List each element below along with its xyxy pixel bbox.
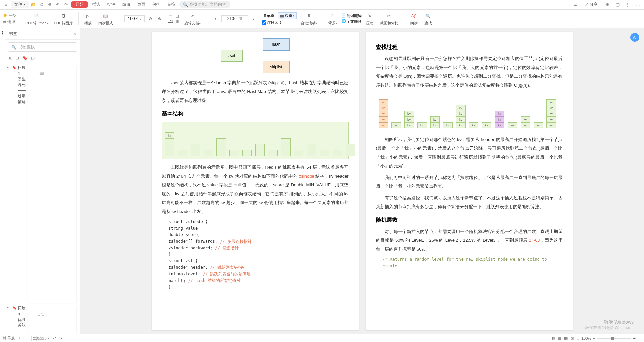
read-mode-button[interactable]: 📖 阅读模式 — [96, 12, 115, 26]
tab-protect[interactable]: 保护 — [150, 0, 163, 9]
two-page-icon[interactable]: ▥ — [175, 19, 180, 24]
back-icon[interactable]: ↩ — [53, 336, 56, 340]
open-icon[interactable]: 📂 — [30, 1, 37, 8]
zoom-out-icon[interactable]: ⊖ — [146, 15, 154, 23]
word-translate-button[interactable]: 📄 划词翻译 — [341, 13, 362, 18]
view-mode-3-icon[interactable]: ▦ — [564, 336, 568, 340]
page-nav: ‹ 210/226 › — [210, 15, 260, 23]
zoom-input[interactable]: 100% ▾ — [124, 15, 145, 22]
close-sidebar-icon[interactable]: ✕ — [73, 32, 76, 36]
zoom-in-icon[interactable]: + — [633, 336, 636, 340]
screenshot-icon: ✂ — [385, 12, 393, 20]
share-button[interactable]: ↗ 分享 — [582, 0, 601, 9]
forward-icon[interactable]: ↪ — [59, 336, 62, 340]
compare-button[interactable]: ✂ 截图和对比 — [378, 12, 401, 26]
zoom-controls: 100% ▾ ⊖ ⊕ — [122, 15, 166, 23]
tab-start[interactable]: 开始 — [71, 1, 88, 8]
assistant-float-button[interactable]: AI — [630, 33, 639, 42]
full-translate-button[interactable]: 🌐 全文翻译 — [341, 19, 362, 24]
scroll-icon: ⇅ — [305, 12, 313, 20]
tab-edit[interactable]: 编辑 — [120, 0, 133, 9]
skin-icon[interactable]: ▢ — [614, 1, 621, 8]
hand-mode[interactable]: ✋ 手型 — [3, 13, 16, 18]
global-search[interactable]: 🔍 查找功能、文档内容 — [179, 1, 230, 8]
tab-page[interactable]: 页面 — [135, 0, 148, 9]
gear-icon[interactable]: ⚙ — [604, 1, 611, 8]
bookmark-item[interactable]: ▸🔖拓展 5：优胜劣汰 —— LRU171 — [5, 304, 80, 334]
file-menu[interactable]: 文件 ▾ — [11, 1, 29, 8]
next-page-icon[interactable]: › — [250, 15, 258, 23]
fit-page-icon[interactable]: ◻ — [175, 13, 180, 19]
bookmark-del-icon[interactable]: ▢ — [31, 56, 35, 60]
nav-icon[interactable]: ▦ 导航 — [3, 336, 15, 341]
prev-page-icon[interactable]: ‹ — [212, 15, 220, 23]
bookmark-toolbar: ⊞ ⊟ 🔖 ▢ — [5, 54, 80, 62]
view-mode-2-icon[interactable]: ▥ — [558, 336, 561, 340]
auto-scroll-button[interactable]: ⇅ 自动滚动▾ — [299, 12, 319, 26]
bookmark-item[interactable]: ▸🔖拓展 4：朝生暮死 —— 过期策略169 — [5, 64, 80, 304]
background-button[interactable]: ☾ 背景▾ — [326, 12, 339, 26]
cloud-icon[interactable]: ☁ — [572, 1, 578, 8]
fullscreen-icon[interactable]: ⛶ — [638, 336, 641, 340]
image-icon: 🖼 — [59, 12, 67, 20]
left-edge-strip: ⟨ — [0, 28, 5, 334]
read-aloud-button[interactable]: A)) 朗读 — [408, 12, 420, 26]
compress-button[interactable]: ⇲ 压缩 — [364, 12, 376, 26]
tab-convert[interactable]: 转换 — [164, 0, 178, 9]
toolbar: ✋ 手型 ▭ 选择 📄 PDF转Office▾ 🖼 PDF转图片 ▷ 播放 📖 … — [0, 10, 644, 28]
actual-size-icon[interactable]: 1:1 — [168, 19, 173, 24]
select-mode[interactable]: ▭ 选择 — [3, 19, 16, 24]
collapse-icon[interactable]: ︿ — [634, 1, 641, 8]
continuous-read-toggle[interactable]: 连续阅读 — [262, 20, 297, 25]
paragraph: 设想如果跳跃列表只有一层会怎样？插入删除操作需要定位到相应的位置节点 (定位到最… — [376, 54, 563, 90]
document-view[interactable]: AI zset hash skiplist zset 的内部实现是一个 hash… — [80, 28, 644, 334]
rotate-icon: ⟳ — [188, 12, 196, 20]
prev-page-icon[interactable]: ‹ — [24, 336, 30, 340]
undo-icon[interactable]: ↶ — [54, 1, 61, 8]
word-icon: 📄 — [33, 12, 41, 20]
find-button[interactable]: 🔍 查找 — [422, 12, 434, 26]
heading-basic: 基本结构 — [162, 110, 349, 118]
single-page-toggle[interactable]: ▯ 单页 — [262, 13, 276, 19]
bookmarks-sidebar: 书签 ✕ 🔍 书签查找 ⊞ ⊟ 🔖 ▢ ▸🔖拓展 4：朝生暮死 —— 过期策略1… — [5, 28, 80, 334]
zoom-out-icon[interactable]: − — [593, 336, 595, 340]
speaker-icon: A)) — [410, 12, 418, 20]
zoom-value[interactable]: 100% — [581, 336, 591, 340]
zset-diagram: zset hash skiplist — [162, 38, 349, 73]
expand-all-icon[interactable]: ⊞ — [9, 56, 12, 60]
more-icon[interactable]: ⋮ — [624, 1, 631, 8]
redo-icon[interactable]: ↷ — [63, 1, 69, 8]
zoom-in-icon[interactable]: ⊕ — [156, 15, 164, 23]
double-page-toggle[interactable]: ▯▯ 双页 ▾ — [278, 12, 297, 19]
paragraph: 上图就是跳跃列表的示意图，图中只画了四层，Redis 的跳跃表共有 64 层，意… — [162, 163, 349, 216]
last-page-icon[interactable]: ⇥ — [45, 336, 50, 340]
tab-annotate[interactable]: 批注 — [105, 0, 118, 9]
save-icon[interactable]: 🖨 — [38, 1, 45, 8]
heading-random: 随机层数 — [376, 217, 563, 224]
first-page-icon[interactable]: ⇤ — [18, 336, 23, 340]
edge-collapse-icon[interactable]: ⟨ — [2, 30, 3, 35]
paragraph: 如图所示，我们要定位到那个紫色的 kv，需要从 header 的最高层开始遍历找… — [376, 135, 563, 170]
search-icon: 🔍 — [183, 2, 188, 7]
zoom-slider[interactable] — [597, 338, 631, 339]
paragraph: 我们将中间经过的一系列节点称之为「搜索路径」，它是从最高层一直到最底层的每一层最… — [376, 173, 563, 191]
pdf-to-image[interactable]: 🖼 PDF转图片 — [52, 12, 75, 26]
fit-width-icon[interactable]: ▭ — [168, 13, 173, 19]
tab-insert[interactable]: 插入 — [90, 0, 103, 9]
collapse-all-icon[interactable]: ⊟ — [16, 56, 19, 60]
paragraph: zset 的内部实现是一个 hash 字典加一个跳跃列表 (skiplist)。… — [162, 78, 349, 105]
print-icon[interactable]: 🖶 — [46, 1, 53, 8]
continuous-checkbox[interactable] — [262, 20, 266, 25]
bookmark-add-icon[interactable]: 🔖 — [22, 56, 28, 60]
menu-icon[interactable]: ≡ — [3, 1, 10, 8]
view-mode-4-icon[interactable]: ▧ — [570, 336, 574, 340]
next-page-icon[interactable]: › — [38, 336, 43, 340]
bookmark-search[interactable]: 🔍 书签查找 — [8, 42, 77, 52]
status-page-input[interactable]: 210/226 — [31, 336, 37, 341]
pdf-to-office[interactable]: 📄 PDF转Office▾ — [23, 12, 50, 26]
fit-icon[interactable]: ⊡ — [576, 336, 579, 340]
page-input[interactable]: 210/226 — [221, 15, 248, 22]
rotate-button[interactable]: ⟳ 旋转文档▾ — [182, 12, 203, 26]
view-mode-1-icon[interactable]: ▤ — [552, 336, 555, 340]
play-button[interactable]: ▷ 播放 — [82, 12, 94, 26]
